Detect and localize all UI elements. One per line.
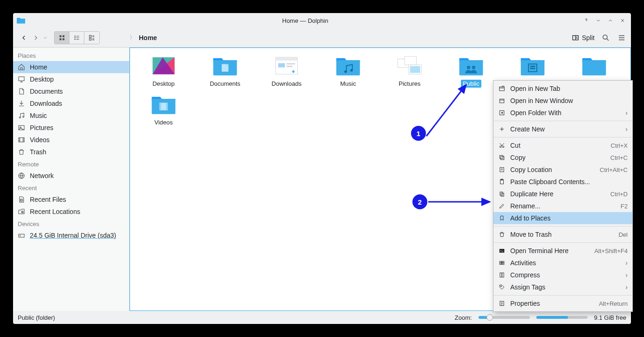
menu-item-label: Rename... bbox=[510, 202, 541, 210]
file-item-desktop[interactable]: Desktop bbox=[135, 55, 192, 88]
svg-rect-68 bbox=[500, 263, 501, 265]
file-item-downloads[interactable]: Downloads bbox=[258, 55, 315, 88]
menu-item-move-to-trash[interactable]: Move to TrashDel bbox=[493, 228, 632, 241]
picture-icon bbox=[18, 124, 25, 131]
details-view-button[interactable] bbox=[84, 32, 99, 44]
folder-icon bbox=[273, 55, 300, 77]
svg-rect-54 bbox=[500, 99, 504, 103]
menu-item-open-in-new-window[interactable]: Open in New Window bbox=[493, 95, 632, 107]
split-button[interactable]: Split bbox=[572, 34, 595, 41]
titlebar: Home — Dolphin bbox=[13, 13, 631, 28]
help-button[interactable] bbox=[582, 16, 591, 25]
svg-rect-63 bbox=[500, 192, 503, 195]
svg-point-14 bbox=[19, 117, 21, 118]
menu-item-copy-location[interactable]: Copy LocationCtrl+Alt+C bbox=[493, 164, 632, 176]
duplicate-icon bbox=[498, 190, 506, 198]
file-item-videos[interactable]: Videos bbox=[135, 93, 192, 126]
nav-dropdown[interactable] bbox=[42, 32, 48, 44]
close-button[interactable] bbox=[618, 16, 627, 25]
menu-item-properties[interactable]: PropertiesAlt+Return bbox=[493, 297, 632, 309]
file-label: Desktop bbox=[151, 80, 177, 88]
folder-icon bbox=[396, 55, 423, 77]
tag-icon bbox=[498, 283, 506, 291]
back-button[interactable] bbox=[18, 32, 30, 44]
remote-header: Remote bbox=[13, 158, 129, 170]
menu-separator bbox=[493, 137, 632, 138]
compact-view-button[interactable] bbox=[69, 32, 84, 44]
forward-button[interactable] bbox=[30, 32, 42, 44]
activities-icon bbox=[498, 259, 506, 267]
menu-item-rename[interactable]: Rename...F2 bbox=[493, 200, 632, 212]
svg-rect-2 bbox=[59, 35, 61, 37]
menu-item-open-folder-with[interactable]: Open Folder With› bbox=[493, 107, 632, 119]
disk-free-text: 9.1 GiB free bbox=[594, 314, 626, 321]
menu-shortcut: Ctrl+Alt+C bbox=[600, 166, 628, 173]
file-label: Videos bbox=[152, 118, 175, 126]
svg-rect-53 bbox=[500, 87, 505, 91]
sidebar-item-downloads[interactable]: Downloads bbox=[13, 97, 129, 110]
menu-button[interactable] bbox=[617, 33, 626, 42]
recent-files-icon bbox=[18, 196, 25, 203]
folder-icon bbox=[335, 55, 362, 77]
chevron-right-icon: › bbox=[625, 259, 628, 267]
menu-item-add-to-places[interactable]: Add to Places bbox=[493, 212, 632, 224]
recent-locations-icon bbox=[18, 208, 25, 215]
sidebar-item-videos[interactable]: Videos bbox=[13, 134, 129, 146]
folder-icon bbox=[519, 55, 546, 77]
menu-item-label: Properties bbox=[510, 300, 540, 307]
sidebar-item-drive[interactable]: 24.5 GiB Internal Drive (sda3) bbox=[13, 229, 129, 241]
sidebar-item-desktop[interactable]: Desktop bbox=[13, 73, 129, 85]
sidebar-item-documents[interactable]: Documents bbox=[13, 85, 129, 97]
document-icon bbox=[18, 88, 25, 95]
sidebar-item-recent-locations[interactable]: Recent Locations bbox=[13, 206, 129, 218]
icon-view-button[interactable] bbox=[55, 32, 69, 44]
file-item-music[interactable]: Music bbox=[319, 55, 377, 88]
search-button[interactable] bbox=[601, 33, 610, 42]
svg-rect-46 bbox=[530, 66, 535, 67]
file-item-documents[interactable]: Documents bbox=[196, 55, 254, 88]
breadcrumb-current[interactable]: Home bbox=[139, 34, 157, 41]
svg-point-71 bbox=[500, 286, 501, 287]
menu-item-create-new[interactable]: Create New› bbox=[493, 123, 632, 135]
svg-point-15 bbox=[23, 116, 24, 117]
sidebar-item-recent-files[interactable]: Recent Files bbox=[13, 193, 129, 206]
menu-item-compress[interactable]: Compress› bbox=[493, 269, 632, 281]
file-label: Music bbox=[338, 80, 358, 88]
breadcrumb-separator-icon: 〉 bbox=[130, 34, 135, 41]
folder-icon bbox=[150, 93, 177, 116]
svg-point-23 bbox=[20, 235, 21, 236]
sidebar-item-pictures[interactable]: Pictures bbox=[13, 122, 129, 134]
file-label: Downloads bbox=[270, 80, 303, 88]
menu-item-open-terminal-here[interactable]: Open Terminal HereAlt+Shift+F4 bbox=[493, 245, 632, 257]
svg-rect-9 bbox=[89, 35, 91, 37]
maximize-button[interactable] bbox=[606, 16, 615, 25]
menu-item-cut[interactable]: CutCtrl+X bbox=[493, 139, 632, 151]
minimize-button[interactable] bbox=[594, 16, 603, 25]
disk-usage-bar bbox=[536, 316, 588, 319]
nav-buttons bbox=[18, 32, 48, 44]
menu-item-open-in-new-tab[interactable]: Open in New Tab bbox=[493, 83, 632, 95]
annotation-badge-2: 2 bbox=[412, 194, 427, 209]
menu-item-paste-clipboard-contents[interactable]: Paste Clipboard Contents... bbox=[493, 176, 632, 188]
svg-rect-40 bbox=[410, 66, 420, 73]
app-icon bbox=[17, 17, 25, 24]
menu-item-duplicate-here[interactable]: Duplicate HereCtrl+D bbox=[493, 188, 632, 200]
sidebar-item-music[interactable]: Music bbox=[13, 110, 129, 122]
svg-rect-65 bbox=[500, 249, 505, 253]
svg-rect-31 bbox=[278, 63, 285, 68]
svg-rect-66 bbox=[500, 261, 501, 263]
trash-icon bbox=[498, 231, 506, 238]
menu-item-copy[interactable]: CopyCtrl+C bbox=[493, 151, 632, 164]
sidebar: Places Home Desktop Documents Downloads … bbox=[13, 48, 130, 311]
folder-icon bbox=[458, 55, 485, 77]
zoom-slider[interactable] bbox=[479, 316, 530, 319]
sidebar-item-trash[interactable]: Trash bbox=[13, 146, 129, 158]
sidebar-item-network[interactable]: Network bbox=[13, 170, 129, 182]
menu-item-assign-tags[interactable]: Assign Tags› bbox=[493, 281, 632, 293]
sidebar-item-home[interactable]: Home bbox=[13, 61, 129, 73]
statusbar: Public (folder) Zoom: 9.1 GiB free bbox=[13, 311, 631, 324]
file-label: Pictures bbox=[397, 80, 423, 88]
menu-item-activities[interactable]: Activities› bbox=[493, 257, 632, 269]
svg-rect-64 bbox=[501, 193, 504, 196]
folder-icon bbox=[212, 55, 239, 77]
